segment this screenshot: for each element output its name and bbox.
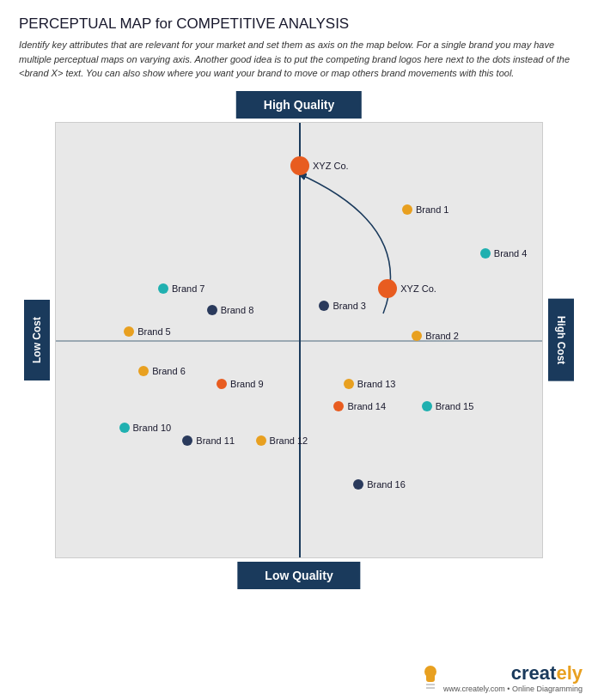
dot-brand1 (402, 204, 412, 215)
dot-brand7 (158, 283, 168, 294)
label-brand12: Brand 12 (270, 435, 308, 446)
dot-brand9 (217, 379, 227, 389)
label-brand10: Brand 10 (133, 423, 172, 433)
label-brand11: Brand 11 (196, 435, 235, 446)
label-brand3: Brand 3 (333, 301, 366, 311)
creately-highlight: ely (556, 662, 583, 684)
vertical-axis-line (299, 123, 301, 557)
label-brand8: Brand 8 (221, 305, 254, 315)
label-brand5: Brand 5 (137, 326, 171, 337)
label-xyz-co-1: XYZ Co. (313, 161, 349, 171)
dot-brand12 (256, 435, 266, 446)
axis-left-label: Low Cost (24, 300, 50, 380)
label-brand9: Brand 9 (230, 379, 264, 389)
dot-brand15 (422, 401, 432, 411)
page: PERCEPTUAL MAP for COMPETITIVE ANALYSIS … (0, 0, 598, 700)
label-brand15: Brand 15 (436, 401, 474, 411)
label-brand4: Brand 4 (494, 248, 528, 259)
dot-brand11 (182, 435, 192, 446)
axis-bottom-label: Low Quality (237, 562, 360, 589)
dot-xyz-co-1 (290, 156, 309, 175)
label-brand1: Brand 1 (416, 204, 449, 215)
plot-area: XYZ Co.Brand 1Brand 4XYZ Co.Brand 3Brand… (55, 122, 543, 558)
footer: creately www.creately.com • Online Diagr… (423, 662, 583, 693)
chart-container: High Quality Low Quality Low Cost High C… (24, 91, 574, 589)
label-brand7: Brand 7 (172, 283, 205, 294)
dot-brand16 (353, 479, 363, 490)
dot-brand2 (412, 331, 422, 341)
title-main: PERCEPTUAL MAP (19, 15, 151, 32)
dot-brand4 (480, 248, 491, 259)
dot-brand8 (207, 305, 217, 315)
label-brand14: Brand 14 (347, 401, 386, 411)
creately-sub: www.creately.com • Online Diagramming (443, 685, 583, 693)
dot-brand10 (119, 423, 130, 433)
dot-brand6 (138, 366, 149, 376)
title-suffix: for COMPETITIVE ANALYSIS (151, 15, 349, 32)
dot-brand3 (319, 301, 329, 311)
label-brand6: Brand 6 (152, 366, 186, 376)
creately-name: creately (511, 662, 583, 685)
label-brand13: Brand 13 (357, 379, 396, 389)
creately-logo: creately www.creately.com • Online Diagr… (443, 662, 583, 693)
description: Identify key attributes that are relevan… (19, 38, 579, 81)
page-title: PERCEPTUAL MAP for COMPETITIVE ANALYSIS (19, 15, 579, 33)
label-xyz-co-2: XYZ Co. (400, 283, 436, 294)
axis-top-label: High Quality (236, 91, 362, 119)
dot-brand5 (124, 326, 134, 337)
dot-xyz-co-2 (378, 279, 397, 298)
label-brand2: Brand 2 (425, 331, 459, 341)
dot-brand14 (333, 401, 344, 411)
label-brand16: Brand 16 (367, 479, 406, 490)
axis-right-label: High Cost (548, 298, 574, 381)
bulb-icon (423, 666, 438, 690)
dot-brand13 (344, 379, 354, 389)
